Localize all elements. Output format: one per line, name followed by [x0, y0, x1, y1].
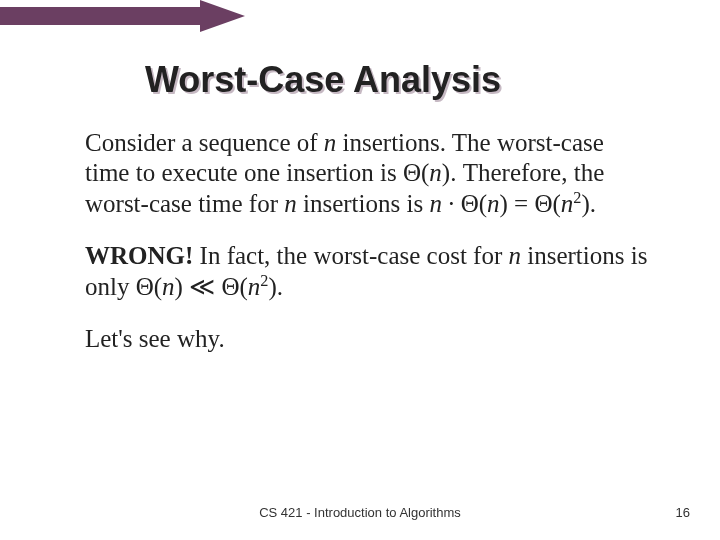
var-n: n — [508, 242, 521, 269]
slide-title: Worst-Case Analysis Worst-Case Analysis — [145, 60, 650, 100]
var-n: n — [429, 190, 442, 217]
paragraph-2: WRONG! In fact, the worst-case cost for … — [85, 241, 650, 302]
page-number: 16 — [676, 505, 690, 520]
var-n: n — [429, 159, 442, 186]
title-text: Worst-Case Analysis — [145, 59, 501, 100]
paragraph-3: Let's see why. — [85, 324, 650, 355]
text: insertions is — [297, 190, 430, 217]
var-n: n — [324, 129, 337, 156]
var-n: n — [284, 190, 297, 217]
var-n: n — [561, 190, 574, 217]
text: ) ≪ Θ( — [175, 273, 248, 300]
paragraph-1: Consider a sequence of n insertions. The… — [85, 128, 650, 220]
text: · Θ( — [442, 190, 487, 217]
text: ) = Θ( — [500, 190, 561, 217]
accent-arrowhead — [200, 0, 245, 32]
text: ). — [581, 190, 596, 217]
text: ). — [268, 273, 283, 300]
accent-arrow-icon — [0, 0, 245, 45]
text: In fact, the worst-case cost for — [193, 242, 508, 269]
footer-text: CS 421 - Introduction to Algorithms — [0, 505, 720, 520]
accent-bar — [0, 7, 200, 25]
var-n: n — [487, 190, 500, 217]
wrong-label: WRONG! — [85, 242, 193, 269]
var-n: n — [162, 273, 175, 300]
slide-body: Consider a sequence of n insertions. The… — [85, 128, 650, 355]
text: Consider a sequence of — [85, 129, 324, 156]
var-n: n — [248, 273, 261, 300]
slide: Worst-Case Analysis Worst-Case Analysis … — [0, 0, 720, 540]
